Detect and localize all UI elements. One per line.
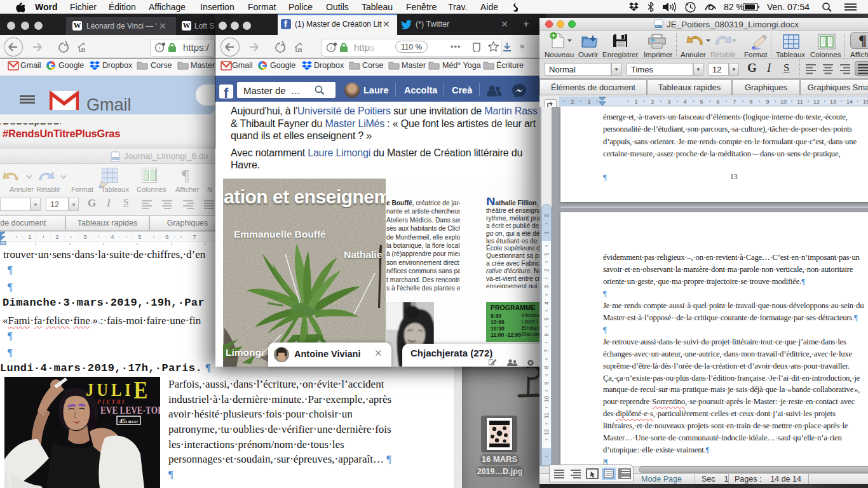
- svg-text:2: 2: [571, 98, 574, 105]
- svg-text:5: 5: [700, 98, 703, 105]
- svg-text:2: 2: [651, 98, 654, 105]
- svg-text:2: 2: [55, 233, 58, 240]
- svg-text:11: 11: [543, 412, 550, 418]
- svg-text:9: 9: [543, 381, 550, 384]
- svg-text:7: 7: [733, 98, 736, 105]
- svg-text:9: 9: [766, 98, 769, 105]
- svg-text:10: 10: [780, 98, 787, 105]
- svg-text:E: E: [133, 377, 147, 404]
- svg-text:EVE LEVE-TOI: EVE LEVE-TOI: [100, 403, 160, 416]
- svg-text:2: 2: [543, 268, 550, 271]
- svg-text:6: 6: [543, 333, 550, 336]
- svg-text:1: 1: [634, 98, 637, 105]
- svg-text:1: 1: [543, 231, 550, 234]
- svg-text:3: 3: [667, 98, 670, 105]
- svg-text:12: 12: [813, 98, 820, 105]
- svg-text:14: 14: [846, 98, 853, 105]
- svg-text:8: 8: [543, 365, 550, 369]
- svg-text:5: 5: [138, 233, 141, 240]
- svg-text:4: 4: [683, 98, 686, 105]
- svg-text:15: 15: [863, 98, 868, 105]
- svg-text:13: 13: [830, 98, 836, 105]
- svg-text:1: 1: [587, 98, 590, 105]
- svg-text:12: 12: [543, 429, 550, 435]
- svg-text:6: 6: [165, 233, 168, 240]
- svg-text:8: 8: [749, 98, 752, 105]
- svg-text:i: i: [159, 44, 161, 51]
- svg-text:3: 3: [543, 285, 550, 288]
- svg-text:2: 2: [543, 214, 550, 217]
- svg-text:7: 7: [543, 349, 550, 352]
- svg-text:4: 4: [543, 301, 550, 304]
- svg-text:4: 4: [111, 233, 114, 240]
- svg-text:5: 5: [543, 317, 550, 320]
- svg-text:DOCX: DOCX: [112, 158, 119, 160]
- svg-text:3: 3: [83, 233, 86, 240]
- svg-text:6: 6: [716, 98, 719, 105]
- svg-text:11: 11: [797, 98, 803, 105]
- svg-text:i: i: [330, 44, 332, 51]
- svg-text:10: 10: [543, 396, 550, 402]
- svg-text:DOCX: DOCX: [655, 25, 662, 28]
- svg-text:1: 1: [28, 233, 31, 240]
- svg-text:JULI: JULI: [86, 379, 134, 400]
- svg-text:7: 7: [193, 233, 196, 240]
- svg-text:1: 1: [543, 252, 550, 255]
